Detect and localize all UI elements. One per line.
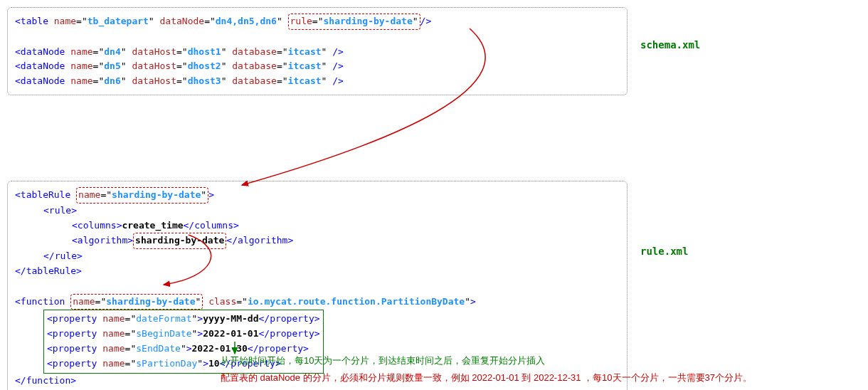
schema-xml-box: <table name="tb_datepart" dataNode="dn4,…	[7, 7, 628, 95]
datanode-line-2: <dataNode name="dn5" dataHost="dhost2" d…	[15, 59, 620, 74]
algorithm-highlight: sharding-by-date	[133, 233, 226, 249]
rule-xml-label: rule.xml	[640, 246, 688, 257]
tablerule-name-highlight: name="sharding-by-date"	[76, 187, 208, 204]
table-line: <table name="tb_datepart" dataNode="dn4,…	[15, 14, 620, 30]
schema-xml-label: schema.xml	[640, 39, 700, 51]
datanode-line-1: <dataNode name="dn4" dataHost="dhost1" d…	[15, 45, 620, 60]
note-green: 从开始时间开始，每10天为一个分片，到达结束时间之后，会重复开始分片插入	[221, 354, 545, 367]
rule-attr-highlight: rule="sharding-by-date"	[288, 14, 420, 30]
datanode-line-3: <dataNode name="dn6" dataHost="dhost3" d…	[15, 74, 620, 89]
note-red: 配置表的 dataNode 的分片，必须和分片规则数量一致，例如 2022-01…	[221, 371, 752, 384]
function-name-highlight: name="sharding-by-date"	[70, 294, 203, 310]
